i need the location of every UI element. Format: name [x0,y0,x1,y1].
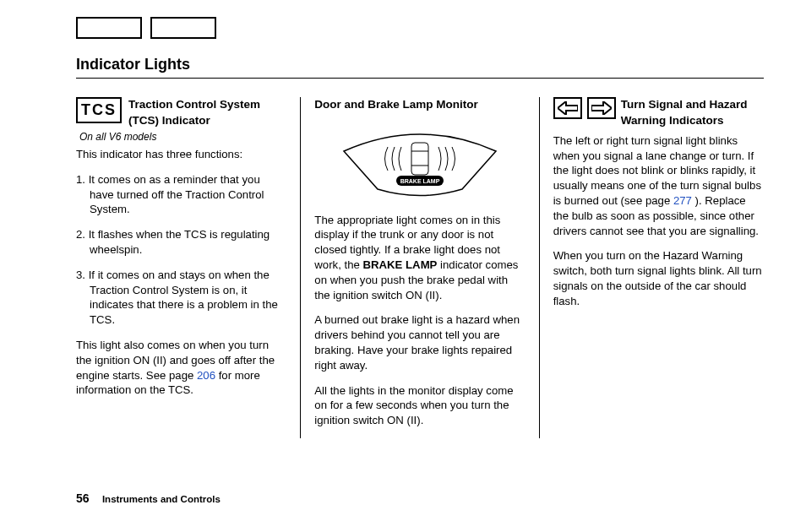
model-note: On all V6 models [79,130,286,144]
title-rule [76,78,764,79]
body-paragraph: The appropriate light comes on in this d… [314,213,525,303]
page-footer: 56 Instruments and Controls [76,491,221,507]
function-list: 1. It comes on as a reminder that you ha… [76,172,286,328]
item-text: It comes on as a reminder that you have … [89,173,264,216]
item-number: 3. [76,269,85,281]
body-paragraph: A burned out brake light is a hazard whe… [314,312,525,372]
brake-lamp-monitor-illustration: BRAKE LAMP [335,122,504,198]
body-paragraph: The left or right turn signal light blin… [553,133,764,239]
list-item: 3. If it comes on and stays on when the … [76,268,286,328]
body-paragraph: When you turn on the Hazard Warning swit… [553,248,764,308]
placeholder-box [76,17,142,39]
item-text: It flashes when the TCS is regulating wh… [89,228,270,256]
svg-rect-0 [411,143,428,175]
left-arrow-icon [553,97,582,119]
page-reference-link[interactable]: 206 [197,369,215,382]
item-number: 1. [76,173,85,186]
top-placeholder-boxes [76,17,764,39]
bold-text: BRAKE LAMP [363,258,438,271]
page-reference-link[interactable]: 277 [673,194,692,207]
item-text: If it comes on and stays on when the Tra… [89,269,278,326]
placeholder-box [150,17,216,39]
page-number: 56 [76,491,90,505]
right-arrow-icon [587,97,616,119]
section-heading: Door and Brake Lamp Monitor [314,97,525,112]
content-columns: TCS Traction Control System (TCS) Indica… [76,97,764,438]
footer-section-name: Instruments and Controls [102,494,221,504]
column-tcs: TCS Traction Control System (TCS) Indica… [76,97,300,438]
body-paragraph: All the lights in the monitor display co… [314,383,525,428]
list-item: 1. It comes on as a reminder that you ha… [76,172,286,217]
body-paragraph: This light also comes on when you turn t… [76,338,286,398]
intro-text: This indicator has three functions: [76,147,286,162]
page-title: Indicator Lights [76,54,764,74]
column-door-brake: Door and Brake Lamp Monitor BRAKE LAMP [300,97,538,438]
figure-label: BRAKE LAMP [400,178,440,184]
column-turn-signal: Turn Signal and Hazard Warning Indicator… [539,97,764,438]
tcs-indicator-icon: TCS [76,97,122,122]
item-number: 2. [76,228,85,241]
section-heading: Turn Signal and Hazard Warning Indicator… [621,97,764,128]
section-heading: Traction Control System (TCS) Indicator [128,97,286,128]
list-item: 2. It flashes when the TCS is regulating… [76,227,286,258]
